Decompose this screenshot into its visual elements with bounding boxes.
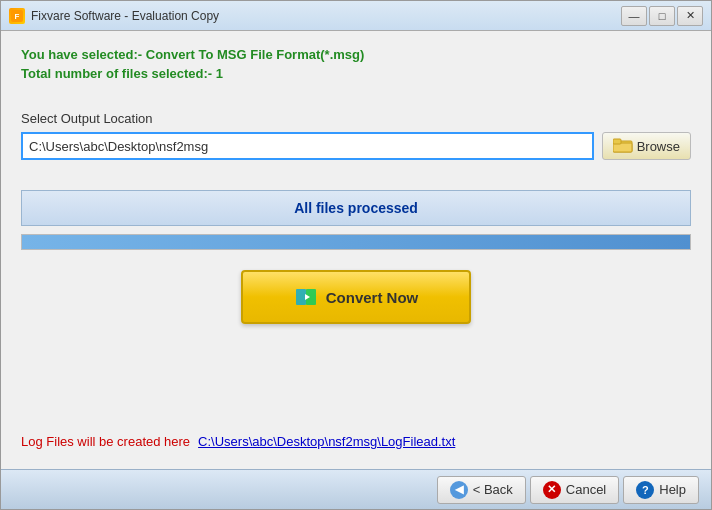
convert-icon [294,285,318,309]
svg-rect-5 [296,289,306,305]
files-count-info: Total number of files selected:- 1 [21,66,691,81]
selected-format-info: You have selected:- Convert To MSG File … [21,47,691,62]
help-label: Help [659,482,686,497]
maximize-button[interactable]: □ [649,6,675,26]
progress-bar [21,234,691,250]
minimize-button[interactable]: — [621,6,647,26]
output-location-row: Browse [21,132,691,160]
output-location-label: Select Output Location [21,111,691,126]
cancel-label: Cancel [566,482,606,497]
help-icon: ? [636,481,654,499]
window-controls: — □ ✕ [621,6,703,26]
app-icon: F [9,8,25,24]
log-file-link[interactable]: C:\Users\abc\Desktop\nsf2msg\LogFilead.t… [198,434,455,449]
help-button[interactable]: ? Help [623,476,699,504]
convert-now-button[interactable]: Convert Now [241,270,471,324]
log-files-label: Log Files will be created here [21,434,190,449]
back-button[interactable]: ◀ < Back [437,476,526,504]
log-files-line: Log Files will be created here C:\Users\… [21,434,691,453]
main-window: F Fixvare Software - Evaluation Copy — □… [0,0,712,510]
cancel-button[interactable]: ✕ Cancel [530,476,619,504]
browse-label: Browse [637,139,680,154]
progress-fill [22,235,690,249]
convert-button-wrapper: Convert Now [21,270,691,324]
title-bar: F Fixvare Software - Evaluation Copy — □… [1,1,711,31]
back-icon: ◀ [450,481,468,499]
browse-folder-icon [613,137,633,156]
window-title: Fixvare Software - Evaluation Copy [31,9,621,23]
back-label: < Back [473,482,513,497]
output-path-input[interactable] [21,132,594,160]
convert-now-label: Convert Now [326,289,419,306]
close-button[interactable]: ✕ [677,6,703,26]
status-text: All files processed [294,200,418,216]
svg-text:F: F [15,12,20,21]
browse-button[interactable]: Browse [602,132,691,160]
status-bar: All files processed [21,190,691,226]
bottom-toolbar: ◀ < Back ✕ Cancel ? Help [1,469,711,509]
svg-rect-4 [613,139,621,144]
cancel-icon: ✕ [543,481,561,499]
content-area: You have selected:- Convert To MSG File … [1,31,711,469]
